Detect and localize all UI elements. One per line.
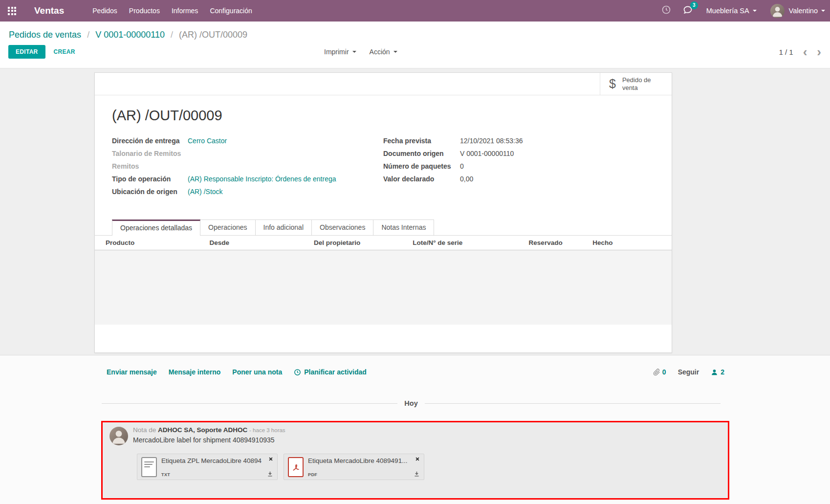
messages-icon[interactable]: 3 (683, 5, 693, 17)
attachment-name: Etiqueta MercadoLibre 4089491... (308, 457, 414, 464)
source-location-link[interactable]: (AR) /Stock (188, 188, 223, 196)
attachment-type: PDF (308, 472, 414, 477)
dollar-icon: $ (609, 77, 616, 91)
control-panel-buttons: EDITAR CREAR Imprimir Acción 1 / 1 ‹ › (8, 45, 821, 59)
field-row: Remitos (112, 162, 383, 170)
tab-notas-internas[interactable]: Notas Internas (373, 219, 434, 235)
systray: 3 Mueblería SA Valentino (661, 4, 825, 18)
breadcrumb-order[interactable]: V 0001-00000110 (95, 30, 165, 40)
field-row: Talonario de Remitos (112, 150, 383, 157)
message-attachments: Etiqueta ZPL MercadoLibre 40894 TXT (137, 454, 424, 480)
edit-button[interactable]: EDITAR (8, 45, 45, 59)
note-message-annotated: Nota de ADHOC SA, Soporte ADHOC - hace 3… (101, 421, 729, 500)
form-view-background: $ Pedido de venta (AR) /OUT/00009 Direcc… (0, 68, 830, 355)
activities-clock-icon[interactable] (661, 5, 671, 17)
delivery-address-link[interactable]: Cerro Castor (188, 137, 227, 145)
divider-line (425, 403, 721, 404)
column-hecho[interactable]: Hecho (592, 239, 661, 246)
message-count-badge: 3 (690, 1, 698, 9)
print-dropdown[interactable]: Imprimir (324, 48, 356, 56)
action-dropdown[interactable]: Acción (370, 48, 397, 56)
chevron-down-icon (393, 51, 397, 53)
tab-operaciones[interactable]: Operaciones (200, 219, 255, 235)
delete-attachment-icon[interactable] (415, 457, 420, 461)
field-group-right: Fecha prevista 12/10/2021 08:53:36 Docum… (383, 137, 655, 200)
message-author[interactable]: ADHOC SA, Soporte ADHOC (158, 426, 247, 434)
app-name[interactable]: Ventas (34, 5, 64, 16)
attachment-info: Etiqueta MercadoLibre 4089491... PDF (308, 457, 420, 477)
followers-counter[interactable]: 2 (711, 368, 724, 376)
download-icon[interactable] (267, 471, 273, 477)
message-author-avatar[interactable] (109, 427, 128, 445)
tab-info-adicional[interactable]: Info adicional (255, 219, 312, 235)
field-row: Tipo de operación (AR) Responsable Inscr… (112, 175, 383, 183)
field-row: Documento origen V 0001-00000110 (383, 150, 655, 157)
add-note-button[interactable]: Poner una nota (232, 368, 282, 376)
operations-table-empty-body (95, 250, 672, 325)
chatter: Enviar mensaje Mensaje interno Poner una… (94, 355, 728, 504)
field-label: Dirección de entrega (112, 137, 188, 145)
action-dropdowns: Imprimir Acción (324, 48, 397, 56)
attachment-name: Etiqueta ZPL MercadoLibre 40894 (161, 457, 267, 464)
field-label: Número de paquetes (383, 162, 460, 170)
breadcrumb-current: (AR) /OUT/00009 (179, 30, 247, 40)
field-row: Valor declarado 0,00 (383, 175, 655, 183)
delete-attachment-icon[interactable] (268, 457, 273, 461)
download-icon[interactable] (414, 471, 420, 477)
message-timestamp: - hace 3 horas (249, 427, 285, 433)
person-icon (711, 369, 718, 376)
sale-order-stat-button[interactable]: $ Pedido de venta (600, 73, 672, 95)
schedule-activity-button[interactable]: Planificar actividad (294, 368, 367, 376)
attachments-counter[interactable]: 0 (653, 368, 666, 376)
paperclip-icon (653, 369, 660, 376)
packages-value: 0 (460, 162, 464, 170)
apps-grid-icon[interactable] (8, 7, 16, 15)
column-desde[interactable]: Desde (209, 239, 314, 246)
field-label: Valor declarado (383, 175, 460, 183)
control-panel: Pedidos de ventas / V 0001-00000110 / (A… (0, 22, 830, 68)
attachment-info: Etiqueta ZPL MercadoLibre 40894 TXT (161, 457, 273, 477)
txt-file-icon (141, 457, 157, 477)
user-avatar[interactable] (770, 4, 785, 18)
field-label: Tipo de operación (112, 175, 188, 183)
field-group-left: Dirección de entrega Cerro Castor Talona… (112, 137, 383, 200)
company-switcher[interactable]: Mueblería SA (706, 7, 757, 15)
menu-pedidos[interactable]: Pedidos (87, 0, 123, 22)
column-reservado[interactable]: Reservado (529, 239, 593, 246)
pager-next-icon[interactable]: › (817, 47, 821, 57)
column-del-propietario[interactable]: Del propietario (314, 239, 413, 246)
chevron-down-icon (352, 51, 356, 53)
internal-message-button[interactable]: Mensaje interno (169, 368, 221, 376)
company-name: Mueblería SA (706, 7, 749, 15)
field-row: Ubicación de origen (AR) /Stock (112, 188, 383, 196)
operation-type-link[interactable]: (AR) Responsable Inscripto: Órdenes de e… (188, 175, 336, 183)
column-lote-serie[interactable]: Lote/N° de serie (413, 239, 528, 246)
tab-observaciones[interactable]: Observaciones (311, 219, 373, 235)
pager-previous-icon[interactable]: ‹ (803, 47, 808, 57)
follow-button[interactable]: Seguir (678, 368, 699, 376)
menu-configuracion[interactable]: Configuración (204, 0, 258, 22)
source-document-value: V 0001-00000110 (460, 150, 514, 157)
print-label: Imprimir (324, 48, 349, 56)
document-title: (AR) /OUT/00009 (112, 108, 672, 124)
send-message-button[interactable]: Enviar mensaje (107, 368, 157, 376)
field-row: Fecha prevista 12/10/2021 08:53:36 (383, 137, 655, 145)
user-name: Valentino (789, 7, 818, 15)
scheduled-date-value: 12/10/2021 08:53:36 (460, 137, 523, 145)
user-menu[interactable]: Valentino (789, 7, 825, 15)
record-pager: 1 / 1 ‹ › (779, 47, 821, 57)
followers-count: 2 (721, 368, 724, 376)
tab-operaciones-detalladas[interactable]: Operaciones detalladas (112, 219, 200, 236)
chatter-composer-buttons: Enviar mensaje Mensaje interno Poner una… (107, 368, 367, 376)
field-groups: Dirección de entrega Cerro Castor Talona… (112, 137, 655, 200)
attachment-pdf-card[interactable]: Etiqueta MercadoLibre 4089491... PDF (284, 454, 424, 480)
field-label: Talonario de Remitos (112, 150, 188, 157)
message-header: Nota de ADHOC SA, Soporte ADHOC - hace 3… (133, 426, 728, 434)
attachment-txt-card[interactable]: Etiqueta ZPL MercadoLibre 40894 TXT (137, 454, 278, 480)
menu-informes[interactable]: Informes (166, 0, 204, 22)
column-producto[interactable]: Producto (106, 239, 209, 246)
menu-productos[interactable]: Productos (123, 0, 166, 22)
create-button[interactable]: CREAR (54, 48, 75, 55)
breadcrumb-sale-orders[interactable]: Pedidos de ventas (9, 30, 81, 40)
day-divider: Hoy (102, 399, 721, 407)
